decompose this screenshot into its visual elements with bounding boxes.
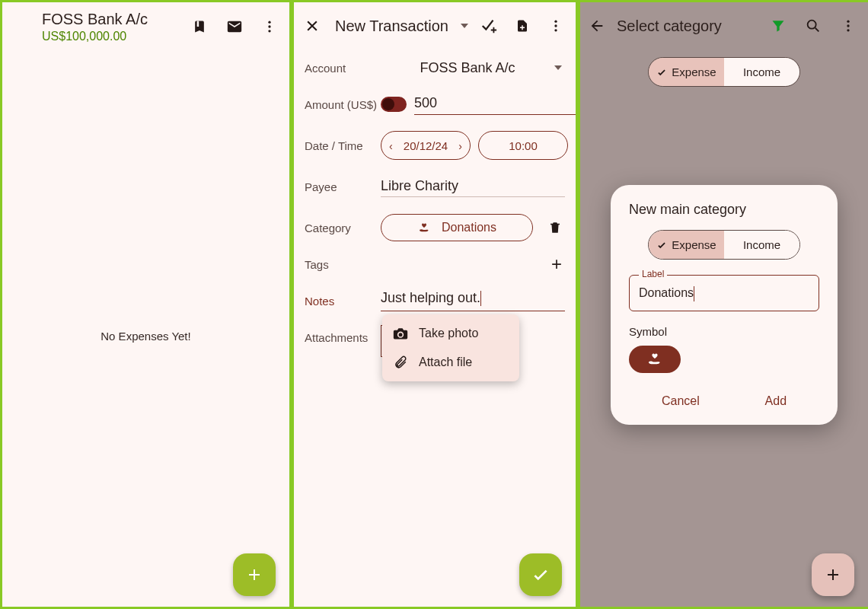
- category-select[interactable]: Donations: [381, 214, 533, 241]
- type-dropdown-icon[interactable]: [461, 24, 468, 28]
- label-account: Account: [305, 62, 381, 75]
- account-name: FOSS Bank A/c: [42, 11, 148, 28]
- hand-heart-icon: [417, 222, 431, 234]
- time-value: 10:00: [509, 139, 538, 152]
- bookmark-icon[interactable]: [190, 18, 209, 36]
- label-notes: Notes: [305, 295, 381, 308]
- paperclip-icon: [393, 356, 408, 369]
- row-tags: Tags +: [305, 246, 565, 282]
- appbar-actions: [769, 17, 857, 35]
- close-icon[interactable]: [303, 17, 321, 35]
- svg-point-10: [847, 29, 849, 31]
- label-amount: Amount (US$): [305, 98, 381, 111]
- account-balance: US$100,000.00: [42, 30, 148, 43]
- more-icon[interactable]: [839, 17, 857, 35]
- transaction-form: Account FOSS Bank A/c Amount (US$) Date …: [294, 49, 576, 360]
- label-field[interactable]: Label Donations: [629, 275, 819, 311]
- attach-file-label: Attach file: [419, 356, 472, 369]
- save-and-new-icon[interactable]: [480, 17, 498, 35]
- category-value: Donations: [442, 221, 496, 234]
- svg-point-7: [808, 21, 816, 29]
- dialog-seg-expense[interactable]: Expense: [649, 231, 724, 259]
- screen-title: New Transaction: [335, 18, 448, 35]
- appbar: Select category: [580, 2, 868, 49]
- chevron-down-icon: [554, 65, 562, 70]
- svg-point-8: [847, 21, 849, 23]
- row-notes: Notes Just helping out.: [305, 282, 565, 319]
- new-category-dialog: New main category Expense Income Label D…: [611, 185, 838, 425]
- add-button[interactable]: Add: [758, 388, 794, 414]
- account-select[interactable]: FOSS Bank A/c: [381, 60, 565, 76]
- delete-category-icon[interactable]: [548, 220, 563, 235]
- date-picker[interactable]: ‹ 20/12/24 ›: [381, 131, 471, 160]
- more-icon[interactable]: [547, 17, 565, 35]
- appbar: New Transaction: [294, 2, 576, 49]
- label-tags: Tags: [305, 258, 381, 271]
- empty-message: No Expenses Yet!: [2, 330, 289, 343]
- mail-icon[interactable]: [225, 18, 244, 36]
- save-fab[interactable]: [519, 553, 562, 596]
- dialog-title: New main category: [629, 202, 819, 218]
- account-value: FOSS Bank A/c: [381, 60, 554, 76]
- menu-icon[interactable]: [14, 18, 33, 36]
- filter-icon[interactable]: [769, 17, 787, 35]
- time-picker[interactable]: 10:00: [478, 131, 568, 160]
- label-category: Category: [305, 222, 381, 234]
- appbar: FOSS Bank A/c US$100,000.00: [2, 2, 289, 51]
- template-icon[interactable]: [513, 17, 531, 35]
- svg-point-6: [554, 29, 557, 31]
- seg-expense[interactable]: Expense: [649, 58, 724, 86]
- label-payee: Payee: [305, 180, 381, 193]
- more-icon[interactable]: [260, 18, 279, 36]
- account-header: FOSS Bank A/c US$100,000.00: [42, 11, 148, 43]
- appbar-actions: [190, 18, 279, 36]
- add-transaction-fab[interactable]: [233, 553, 276, 596]
- new-transaction-screen: New Transaction Account FOSS Bank A/c Am…: [294, 2, 576, 607]
- add-tag-icon[interactable]: +: [551, 253, 562, 275]
- symbol-picker[interactable]: [629, 346, 681, 373]
- label-attachments: Attachments: [305, 324, 381, 344]
- back-icon[interactable]: [588, 17, 606, 35]
- date-value: 20/12/24: [404, 139, 448, 152]
- appbar-actions: [480, 17, 565, 35]
- chevron-left-icon[interactable]: ‹: [389, 140, 393, 152]
- notes-input[interactable]: Just helping out.: [381, 290, 565, 311]
- take-photo-item[interactable]: Take photo: [382, 319, 519, 348]
- row-datetime: Date / Time ‹ 20/12/24 › 10:00: [305, 127, 565, 164]
- label-datetime: Date / Time: [305, 139, 381, 152]
- screen-title: Select category: [617, 18, 722, 35]
- dialog-type-segmented: Expense Income: [648, 230, 800, 260]
- type-segmented: Expense Income: [648, 57, 800, 87]
- label-input[interactable]: Donations: [639, 286, 694, 299]
- row-payee: Payee: [305, 168, 565, 205]
- take-photo-label: Take photo: [419, 327, 478, 340]
- select-category-screen: Select category Expense Income Ne: [580, 2, 868, 607]
- symbol-label: Symbol: [629, 325, 819, 338]
- amount-input[interactable]: [414, 94, 576, 115]
- svg-point-5: [554, 24, 557, 27]
- svg-point-4: [554, 21, 557, 23]
- label-legend: Label: [639, 269, 667, 279]
- camera-icon: [393, 327, 408, 340]
- payee-input[interactable]: [381, 176, 565, 197]
- add-category-fab[interactable]: [812, 553, 854, 596]
- row-amount: Amount (US$): [305, 86, 565, 123]
- attach-file-item[interactable]: Attach file: [382, 348, 519, 377]
- svg-point-9: [847, 24, 849, 27]
- dialog-seg-income[interactable]: Income: [724, 231, 799, 259]
- row-category: Category Donations: [305, 209, 565, 246]
- cancel-button[interactable]: Cancel: [654, 388, 707, 414]
- seg-income[interactable]: Income: [724, 58, 799, 86]
- chevron-right-icon[interactable]: ›: [458, 140, 462, 152]
- accounts-screen: FOSS Bank A/c US$100,000.00 No Expenses …: [2, 2, 289, 607]
- svg-point-2: [268, 25, 270, 27]
- attachment-popup: Take photo Attach file: [382, 314, 519, 381]
- svg-point-3: [268, 30, 270, 32]
- search-icon[interactable]: [804, 17, 822, 35]
- dialog-actions: Cancel Add: [629, 388, 819, 414]
- sign-toggle[interactable]: [381, 97, 407, 112]
- svg-rect-0: [197, 21, 199, 27]
- row-account: Account FOSS Bank A/c: [305, 49, 565, 86]
- svg-point-1: [268, 21, 270, 24]
